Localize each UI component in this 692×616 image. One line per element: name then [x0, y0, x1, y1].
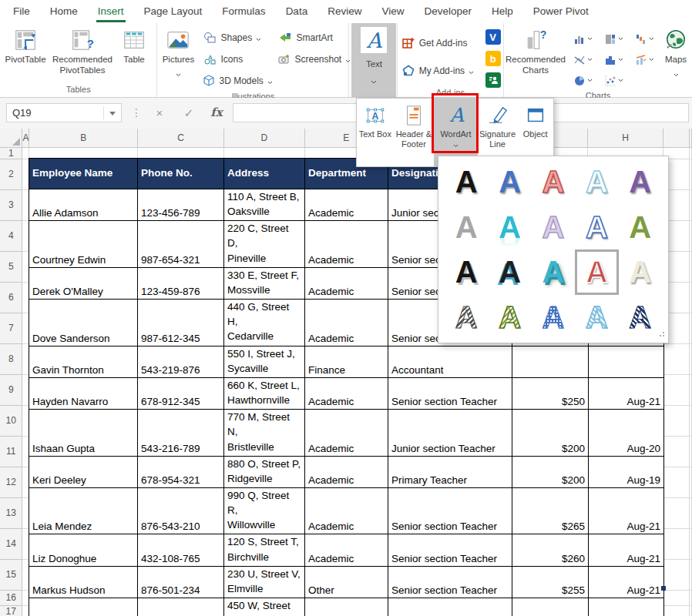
table-cell[interactable]: Junior section Teacher	[388, 410, 512, 456]
table-cell[interactable]: Leia Mendez	[29, 487, 138, 534]
table-cell[interactable]: Aug-20	[589, 410, 664, 456]
tab-formulas[interactable]: Formulas	[212, 0, 275, 23]
grid-cell[interactable]	[663, 374, 690, 405]
row-header-1[interactable]: 1	[0, 147, 22, 159]
table-cell[interactable]: 876-543-210	[138, 487, 224, 534]
table-cell[interactable]: Academic	[305, 377, 388, 409]
insert-scatter-chart-button[interactable]	[598, 70, 629, 91]
table-cell[interactable]: $200	[512, 410, 589, 456]
wordart-style-r2c1[interactable]: A	[445, 205, 488, 250]
icons-button[interactable]: Icons	[199, 49, 274, 70]
grid-cell[interactable]	[663, 590, 690, 605]
table-cell[interactable]: 678-912-345	[138, 377, 224, 409]
grid-cell[interactable]	[689, 528, 691, 559]
tab-view[interactable]: View	[371, 0, 414, 23]
table-cell[interactable]: Academic	[305, 487, 388, 534]
table-cell[interactable]: 450 W, Street X, Firville	[224, 598, 305, 616]
grid-cell[interactable]	[689, 405, 691, 436]
row-header-2[interactable]: 2	[0, 159, 22, 189]
table-cell[interactable]: Hayden Navarro	[29, 377, 138, 409]
wordart-style-r1c4[interactable]: A	[575, 159, 618, 205]
table-cell[interactable]: Academic	[305, 534, 388, 566]
grid-cell[interactable]	[689, 251, 691, 282]
wordart-style-r1c2[interactable]: A	[488, 159, 531, 205]
grid-cell[interactable]	[663, 436, 690, 467]
pivottable-button[interactable]: PivotTable	[0, 23, 51, 65]
table-cell[interactable]: Senior section Teacher	[388, 377, 512, 409]
bing-addin-icon[interactable]: b	[485, 51, 501, 66]
row-header-17[interactable]: 17	[0, 605, 22, 616]
table-cell[interactable]: Aug-19	[589, 598, 664, 616]
table-cell[interactable]: 432-108-765	[138, 534, 224, 566]
table-button[interactable]: Table	[114, 23, 154, 65]
grid-cell[interactable]	[663, 605, 690, 616]
table-cell[interactable]: Ishaan Gupta	[29, 410, 138, 456]
grid-cell[interactable]	[663, 343, 690, 374]
table-cell[interactable]: Other	[305, 566, 388, 598]
pictures-button[interactable]: Pictures	[157, 23, 199, 80]
table-cell[interactable]: Academic	[305, 221, 388, 267]
grid-cell[interactable]	[689, 559, 691, 590]
grid-cell[interactable]	[663, 405, 690, 436]
wordart-style-r4c1[interactable]: A	[445, 295, 488, 340]
table-cell[interactable]: Accountant	[388, 346, 512, 377]
grid-cell[interactable]	[224, 147, 305, 159]
table-cell[interactable]: Liz Donoghue	[29, 534, 138, 566]
table-cell[interactable]: 876-501-234	[138, 566, 224, 598]
column-header-blank[interactable]	[689, 129, 691, 147]
table-cell[interactable]: Academic	[305, 189, 388, 221]
tab-developer[interactable]: Developer	[414, 0, 482, 23]
table-cell[interactable]: Senior section Teacher	[388, 566, 512, 598]
visio-addin-icon[interactable]: V	[485, 29, 501, 45]
table-cell[interactable]: 678-954-321	[138, 456, 224, 487]
my-addins-button[interactable]: My Add-ins	[398, 60, 481, 82]
wordart-style-r4c3[interactable]: A	[532, 295, 575, 340]
table-cell[interactable]: Aug-21	[589, 487, 664, 534]
table-cell[interactable]: 987-654-321	[138, 221, 224, 267]
table-cell[interactable]: Academic	[305, 410, 388, 456]
grid-cell[interactable]	[689, 282, 691, 313]
table-cell[interactable]: 123-459-876	[138, 267, 224, 299]
row-header-9[interactable]: 9	[0, 374, 22, 405]
table-cell[interactable]: 110 A, Street B, Oaksville	[224, 189, 305, 221]
insert-statistic-chart-button[interactable]	[598, 49, 629, 70]
get-addins-button[interactable]: Get Add-ins	[398, 32, 481, 54]
cancel-button[interactable]: ×	[148, 103, 171, 122]
table-cell[interactable]: Gavin Thornton	[29, 346, 138, 377]
wordart-style-r4c2[interactable]: A	[488, 295, 531, 340]
table-cell[interactable]	[512, 346, 589, 377]
table-cell[interactable]: 440 G, Street H, Cedarville	[224, 300, 305, 346]
wordart-style-r1c3[interactable]: A	[532, 159, 575, 205]
row-header-5[interactable]: 5	[0, 251, 22, 282]
grid-cell[interactable]	[663, 559, 690, 590]
table-cell[interactable]: $250	[512, 377, 589, 409]
wordart-style-r3c5[interactable]: A	[619, 249, 662, 295]
wordart-style-r2c3[interactable]: A	[532, 205, 575, 250]
column-header-B[interactable]: B	[29, 129, 138, 147]
table-cell[interactable]: Aug-19	[589, 456, 664, 487]
people-addin-icon[interactable]	[485, 72, 501, 88]
table-cell[interactable]: 543-219-876	[138, 346, 224, 377]
table-cell[interactable]: 880 O, Street P, Ridgeville	[224, 456, 305, 487]
table-cell[interactable]: 432-105-678	[138, 598, 224, 616]
row-header-3[interactable]: 3	[0, 189, 22, 220]
wordart-style-r3c1[interactable]: A	[445, 249, 488, 295]
row-header-7[interactable]: 7	[0, 313, 22, 343]
grid-cell[interactable]	[689, 605, 691, 616]
insert-column-chart-button[interactable]	[567, 28, 598, 49]
wordart-style-r2c2[interactable]: A	[488, 205, 531, 250]
tab-insert[interactable]: Insert	[88, 0, 134, 23]
row-header-13[interactable]: 13	[0, 497, 22, 528]
table-cell[interactable]: Primary Teacher	[388, 456, 512, 487]
table-cell[interactable]: 770 M, Street N, Bristleville	[224, 410, 305, 456]
table-cell[interactable]: 230 U, Street V, Elmville	[224, 566, 305, 598]
table-cell[interactable]: Academic	[305, 456, 388, 487]
wordart-style-r3c2[interactable]: A	[488, 249, 531, 295]
row-header-6[interactable]: 6	[0, 282, 22, 313]
table-cell[interactable]: $260	[512, 534, 589, 566]
wordart-style-r3c3[interactable]: A	[532, 249, 575, 295]
grid-cell[interactable]	[689, 189, 691, 220]
tab-data[interactable]: Data	[276, 0, 318, 23]
tab-power-pivot[interactable]: Power Pivot	[523, 0, 599, 23]
screenshot-button[interactable]: Screenshot	[274, 49, 348, 70]
